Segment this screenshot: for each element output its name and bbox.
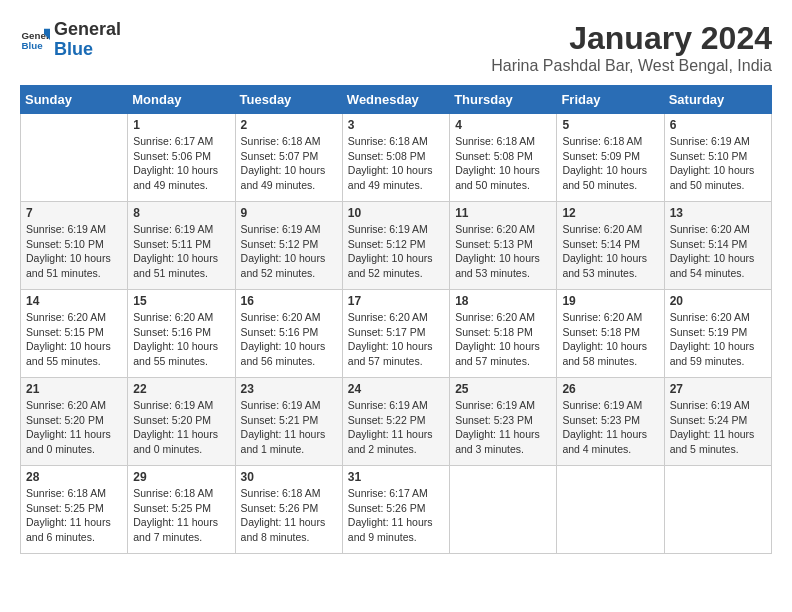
calendar-cell: 9Sunrise: 6:19 AM Sunset: 5:12 PM Daylig…: [235, 202, 342, 290]
day-number: 6: [670, 118, 766, 132]
day-info: Sunrise: 6:20 AM Sunset: 5:14 PM Dayligh…: [670, 222, 766, 281]
day-number: 30: [241, 470, 337, 484]
svg-text:Blue: Blue: [22, 40, 44, 51]
calendar-body: 1Sunrise: 6:17 AM Sunset: 5:06 PM Daylig…: [21, 114, 772, 554]
day-number: 24: [348, 382, 444, 396]
calendar-cell: [450, 466, 557, 554]
calendar-cell: 8Sunrise: 6:19 AM Sunset: 5:11 PM Daylig…: [128, 202, 235, 290]
calendar-cell: 6Sunrise: 6:19 AM Sunset: 5:10 PM Daylig…: [664, 114, 771, 202]
logo-general-text: General: [54, 19, 121, 39]
day-number: 23: [241, 382, 337, 396]
day-info: Sunrise: 6:20 AM Sunset: 5:19 PM Dayligh…: [670, 310, 766, 369]
day-number: 12: [562, 206, 658, 220]
column-header-monday: Monday: [128, 86, 235, 114]
day-number: 4: [455, 118, 551, 132]
day-info: Sunrise: 6:19 AM Sunset: 5:23 PM Dayligh…: [455, 398, 551, 457]
day-number: 31: [348, 470, 444, 484]
calendar-title: January 2024: [491, 20, 772, 57]
calendar-cell: [664, 466, 771, 554]
calendar-cell: 10Sunrise: 6:19 AM Sunset: 5:12 PM Dayli…: [342, 202, 449, 290]
column-header-wednesday: Wednesday: [342, 86, 449, 114]
logo: General Blue General Blue: [20, 20, 121, 60]
day-number: 21: [26, 382, 122, 396]
calendar-cell: 26Sunrise: 6:19 AM Sunset: 5:23 PM Dayli…: [557, 378, 664, 466]
logo-blue-text: Blue: [54, 39, 93, 59]
day-info: Sunrise: 6:18 AM Sunset: 5:25 PM Dayligh…: [133, 486, 229, 545]
calendar-cell: 25Sunrise: 6:19 AM Sunset: 5:23 PM Dayli…: [450, 378, 557, 466]
calendar-cell: [557, 466, 664, 554]
day-info: Sunrise: 6:19 AM Sunset: 5:20 PM Dayligh…: [133, 398, 229, 457]
calendar-cell: 2Sunrise: 6:18 AM Sunset: 5:07 PM Daylig…: [235, 114, 342, 202]
calendar-cell: 28Sunrise: 6:18 AM Sunset: 5:25 PM Dayli…: [21, 466, 128, 554]
week-row-3: 14Sunrise: 6:20 AM Sunset: 5:15 PM Dayli…: [21, 290, 772, 378]
calendar-cell: 7Sunrise: 6:19 AM Sunset: 5:10 PM Daylig…: [21, 202, 128, 290]
day-number: 10: [348, 206, 444, 220]
day-info: Sunrise: 6:20 AM Sunset: 5:13 PM Dayligh…: [455, 222, 551, 281]
day-info: Sunrise: 6:20 AM Sunset: 5:17 PM Dayligh…: [348, 310, 444, 369]
day-number: 19: [562, 294, 658, 308]
day-info: Sunrise: 6:20 AM Sunset: 5:18 PM Dayligh…: [562, 310, 658, 369]
day-info: Sunrise: 6:19 AM Sunset: 5:12 PM Dayligh…: [241, 222, 337, 281]
day-info: Sunrise: 6:20 AM Sunset: 5:16 PM Dayligh…: [241, 310, 337, 369]
day-info: Sunrise: 6:18 AM Sunset: 5:26 PM Dayligh…: [241, 486, 337, 545]
day-number: 29: [133, 470, 229, 484]
day-number: 27: [670, 382, 766, 396]
week-row-1: 1Sunrise: 6:17 AM Sunset: 5:06 PM Daylig…: [21, 114, 772, 202]
day-number: 22: [133, 382, 229, 396]
calendar-cell: 20Sunrise: 6:20 AM Sunset: 5:19 PM Dayli…: [664, 290, 771, 378]
calendar-cell: 27Sunrise: 6:19 AM Sunset: 5:24 PM Dayli…: [664, 378, 771, 466]
day-number: 1: [133, 118, 229, 132]
day-number: 3: [348, 118, 444, 132]
day-info: Sunrise: 6:17 AM Sunset: 5:26 PM Dayligh…: [348, 486, 444, 545]
day-number: 18: [455, 294, 551, 308]
day-info: Sunrise: 6:20 AM Sunset: 5:20 PM Dayligh…: [26, 398, 122, 457]
day-number: 13: [670, 206, 766, 220]
day-info: Sunrise: 6:19 AM Sunset: 5:21 PM Dayligh…: [241, 398, 337, 457]
day-info: Sunrise: 6:19 AM Sunset: 5:22 PM Dayligh…: [348, 398, 444, 457]
calendar-cell: 29Sunrise: 6:18 AM Sunset: 5:25 PM Dayli…: [128, 466, 235, 554]
day-number: 14: [26, 294, 122, 308]
day-info: Sunrise: 6:18 AM Sunset: 5:07 PM Dayligh…: [241, 134, 337, 193]
calendar-cell: 31Sunrise: 6:17 AM Sunset: 5:26 PM Dayli…: [342, 466, 449, 554]
week-row-2: 7Sunrise: 6:19 AM Sunset: 5:10 PM Daylig…: [21, 202, 772, 290]
day-info: Sunrise: 6:20 AM Sunset: 5:15 PM Dayligh…: [26, 310, 122, 369]
calendar-cell: 22Sunrise: 6:19 AM Sunset: 5:20 PM Dayli…: [128, 378, 235, 466]
day-info: Sunrise: 6:19 AM Sunset: 5:10 PM Dayligh…: [26, 222, 122, 281]
day-number: 15: [133, 294, 229, 308]
day-info: Sunrise: 6:20 AM Sunset: 5:14 PM Dayligh…: [562, 222, 658, 281]
day-info: Sunrise: 6:20 AM Sunset: 5:18 PM Dayligh…: [455, 310, 551, 369]
day-number: 25: [455, 382, 551, 396]
calendar-cell: 16Sunrise: 6:20 AM Sunset: 5:16 PM Dayli…: [235, 290, 342, 378]
page-header: General Blue General Blue January 2024 H…: [20, 20, 772, 75]
calendar-cell: 17Sunrise: 6:20 AM Sunset: 5:17 PM Dayli…: [342, 290, 449, 378]
calendar-cell: 3Sunrise: 6:18 AM Sunset: 5:08 PM Daylig…: [342, 114, 449, 202]
calendar-cell: 13Sunrise: 6:20 AM Sunset: 5:14 PM Dayli…: [664, 202, 771, 290]
calendar-cell: 11Sunrise: 6:20 AM Sunset: 5:13 PM Dayli…: [450, 202, 557, 290]
week-row-5: 28Sunrise: 6:18 AM Sunset: 5:25 PM Dayli…: [21, 466, 772, 554]
calendar-header-row: SundayMondayTuesdayWednesdayThursdayFrid…: [21, 86, 772, 114]
day-info: Sunrise: 6:18 AM Sunset: 5:08 PM Dayligh…: [455, 134, 551, 193]
day-info: Sunrise: 6:19 AM Sunset: 5:11 PM Dayligh…: [133, 222, 229, 281]
calendar-cell: [21, 114, 128, 202]
day-info: Sunrise: 6:18 AM Sunset: 5:25 PM Dayligh…: [26, 486, 122, 545]
day-number: 5: [562, 118, 658, 132]
column-header-tuesday: Tuesday: [235, 86, 342, 114]
title-section: January 2024 Harina Pashdal Bar, West Be…: [491, 20, 772, 75]
column-header-saturday: Saturday: [664, 86, 771, 114]
calendar-cell: 21Sunrise: 6:20 AM Sunset: 5:20 PM Dayli…: [21, 378, 128, 466]
calendar-cell: 4Sunrise: 6:18 AM Sunset: 5:08 PM Daylig…: [450, 114, 557, 202]
calendar-cell: 1Sunrise: 6:17 AM Sunset: 5:06 PM Daylig…: [128, 114, 235, 202]
calendar-table: SundayMondayTuesdayWednesdayThursdayFrid…: [20, 85, 772, 554]
day-number: 9: [241, 206, 337, 220]
calendar-cell: 12Sunrise: 6:20 AM Sunset: 5:14 PM Dayli…: [557, 202, 664, 290]
day-info: Sunrise: 6:19 AM Sunset: 5:10 PM Dayligh…: [670, 134, 766, 193]
calendar-cell: 30Sunrise: 6:18 AM Sunset: 5:26 PM Dayli…: [235, 466, 342, 554]
week-row-4: 21Sunrise: 6:20 AM Sunset: 5:20 PM Dayli…: [21, 378, 772, 466]
calendar-cell: 5Sunrise: 6:18 AM Sunset: 5:09 PM Daylig…: [557, 114, 664, 202]
calendar-cell: 19Sunrise: 6:20 AM Sunset: 5:18 PM Dayli…: [557, 290, 664, 378]
day-number: 16: [241, 294, 337, 308]
column-header-sunday: Sunday: [21, 86, 128, 114]
calendar-cell: 15Sunrise: 6:20 AM Sunset: 5:16 PM Dayli…: [128, 290, 235, 378]
column-header-thursday: Thursday: [450, 86, 557, 114]
day-info: Sunrise: 6:17 AM Sunset: 5:06 PM Dayligh…: [133, 134, 229, 193]
